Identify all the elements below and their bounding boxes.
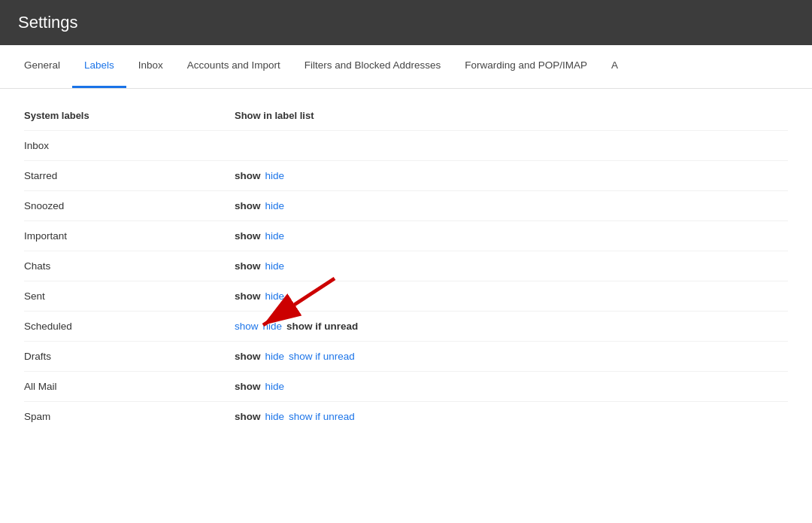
tab-general[interactable]: General	[12, 45, 72, 88]
hide-link-snoozed[interactable]: hide	[265, 200, 285, 211]
action-cell: showhideshow if unread	[235, 312, 788, 342]
label-cell: Inbox	[24, 131, 235, 161]
tab-labels[interactable]: Labels	[72, 45, 126, 88]
action-cell: showhide	[235, 191, 788, 221]
label-cell: Important	[24, 221, 235, 251]
label-cell: All Mail	[24, 372, 235, 402]
label-cell: Sent	[24, 281, 235, 312]
nav-tabs: General Labels Inbox Accounts and Import…	[0, 45, 812, 89]
header: Settings	[0, 0, 812, 45]
action-cell: showhide	[235, 281, 788, 312]
show-link-sent[interactable]: show	[235, 290, 261, 302]
table-row: Spamshowhideshow if unread	[24, 402, 788, 432]
show-if-unread-link-scheduled[interactable]: show if unread	[286, 321, 358, 332]
hide-link-sent[interactable]: hide	[265, 290, 285, 302]
action-cell: showhideshow if unread	[235, 402, 788, 432]
action-cell: showhideshow if unread	[235, 342, 788, 372]
hide-link-all mail[interactable]: hide	[265, 381, 285, 392]
action-cell: showhide	[235, 221, 788, 251]
hide-link-scheduled[interactable]: hide	[263, 321, 283, 332]
table-row: Chatsshowhide	[24, 251, 788, 281]
table-row: All Mailshowhide	[24, 372, 788, 402]
page-title: Settings	[18, 13, 78, 32]
col1-header: System labels	[24, 107, 235, 131]
hide-link-chats[interactable]: hide	[265, 260, 285, 272]
table-row: Snoozedshowhide	[24, 191, 788, 221]
label-cell: Drafts	[24, 342, 235, 372]
show-link-important[interactable]: show	[235, 230, 261, 242]
table-row: Inbox	[24, 131, 788, 161]
show-if-unread-link-spam[interactable]: show if unread	[289, 411, 355, 422]
action-cell: showhide	[235, 372, 788, 402]
show-link-starred[interactable]: show	[235, 170, 261, 181]
label-cell: Chats	[24, 251, 235, 281]
action-cell: showhide	[235, 161, 788, 191]
label-cell: Starred	[24, 161, 235, 191]
table-row: Importantshowhide	[24, 221, 788, 251]
table-row: Scheduledshowhideshow if unread	[24, 312, 788, 342]
show-if-unread-link-drafts[interactable]: show if unread	[289, 351, 355, 362]
col2-header: Show in label list	[235, 107, 788, 131]
show-link-scheduled[interactable]: show	[235, 321, 259, 332]
show-link-spam[interactable]: show	[235, 411, 261, 422]
show-link-drafts[interactable]: show	[235, 351, 261, 362]
show-link-all mail[interactable]: show	[235, 381, 261, 392]
label-cell: Spam	[24, 402, 235, 432]
hide-link-spam[interactable]: hide	[265, 411, 285, 422]
show-link-chats[interactable]: show	[235, 260, 261, 272]
hide-link-important[interactable]: hide	[265, 230, 285, 242]
table-row: Draftsshowhideshow if unread	[24, 342, 788, 372]
tab-forwarding[interactable]: Forwarding and POP/IMAP	[453, 45, 599, 88]
action-cell	[235, 131, 788, 161]
labels-table: System labels Show in label list InboxSt…	[24, 107, 788, 431]
show-link-snoozed[interactable]: show	[235, 200, 261, 211]
table-row: Starredshowhide	[24, 161, 788, 191]
label-cell: Scheduled	[24, 312, 235, 342]
hide-link-starred[interactable]: hide	[265, 170, 285, 181]
label-cell: Snoozed	[24, 191, 235, 221]
tab-more[interactable]: A	[599, 45, 630, 88]
tab-filters[interactable]: Filters and Blocked Addresses	[292, 45, 453, 88]
content-area: System labels Show in label list InboxSt…	[0, 89, 812, 449]
action-cell: showhide	[235, 251, 788, 281]
tab-inbox[interactable]: Inbox	[126, 45, 175, 88]
table-row: Sentshowhide	[24, 281, 788, 312]
hide-link-drafts[interactable]: hide	[265, 351, 285, 362]
tab-accounts[interactable]: Accounts and Import	[175, 45, 292, 88]
